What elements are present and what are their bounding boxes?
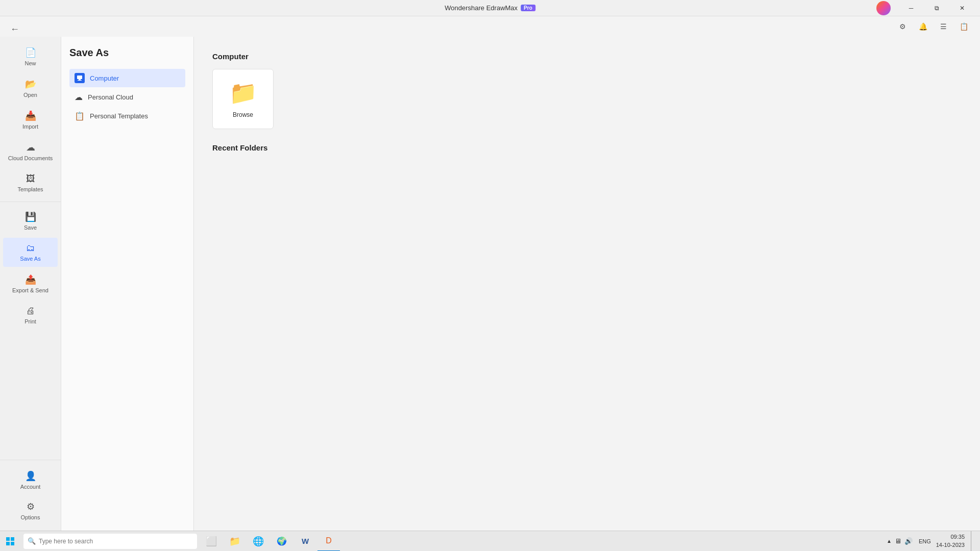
settings-icon-btn[interactable]: ⚙	[894, 19, 911, 34]
user-avatar[interactable]	[876, 1, 891, 15]
sidebar-item-new[interactable]: 📄 New	[3, 42, 58, 71]
taskbar-edrawmax[interactable]: D	[317, 531, 340, 552]
search-input[interactable]	[39, 538, 193, 545]
minimize-button[interactable]: ─	[899, 0, 923, 16]
menu-icon-btn[interactable]: ☰	[935, 19, 951, 34]
taskbar-chrome[interactable]: 🌍	[271, 531, 293, 552]
svg-rect-6	[11, 542, 14, 545]
options-icon: ⚙	[27, 501, 35, 512]
export-icon: 📤	[25, 274, 36, 285]
browse-label: Browse	[233, 111, 253, 118]
personal-templates-label: Personal Templates	[90, 112, 148, 120]
notifications-icon-btn[interactable]: 🔔	[915, 19, 931, 34]
cloud-label: Cloud Documents	[8, 155, 53, 161]
computer-icon	[75, 73, 85, 83]
main-content: Computer 📁 Browse Recent Folders	[194, 37, 980, 531]
search-icon: 🔍	[28, 537, 36, 545]
sidebar-narrow: 📄 New 📂 Open 📥 Import ☁ Cloud Documents …	[0, 37, 61, 531]
taskbar-tray: ▲ 🖥 🔊 ENG 09:35 14-10-2023	[883, 531, 980, 552]
save-label: Save	[24, 224, 37, 231]
cloud-icon: ☁	[26, 142, 35, 153]
sidebar-item-import[interactable]: 📥 Import	[3, 105, 58, 135]
import-icon: 📥	[25, 110, 36, 121]
templates-icon: 🖼	[26, 173, 35, 184]
close-button[interactable]: ✕	[950, 0, 974, 16]
account-icon: 👤	[25, 470, 36, 482]
clock-date: 14-10-2023	[936, 541, 965, 549]
recent-folders-title: Recent Folders	[212, 143, 962, 152]
saveas-personal-templates-item[interactable]: 📋 Personal Templates	[69, 107, 185, 125]
sidebar-item-save[interactable]: 💾 Save	[3, 206, 58, 236]
tray-up-arrow[interactable]: ▲	[887, 538, 892, 544]
back-button[interactable]: ←	[4, 18, 26, 40]
sidebar-item-open[interactable]: 📂 Open	[3, 73, 58, 103]
save-icon: 💾	[25, 211, 36, 222]
print-icon: 🖨	[26, 306, 35, 316]
tray-lang: ENG	[919, 538, 931, 544]
saveas-icon: 🗂	[26, 243, 35, 254]
computer-section-title: Computer	[212, 52, 962, 61]
taskbar-word[interactable]: W	[294, 531, 316, 552]
sidebar-mid-title: Save As	[69, 47, 185, 59]
browse-card[interactable]: 📁 Browse	[212, 69, 274, 129]
export-label: Export & Send	[12, 287, 48, 293]
sidebar-item-saveas[interactable]: 🗂 Save As	[3, 238, 58, 267]
personal-templates-icon: 📋	[75, 111, 85, 121]
new-label: New	[24, 60, 36, 66]
clock-time: 09:35	[936, 533, 965, 541]
import-label: Import	[22, 123, 38, 130]
new-icon: 📄	[25, 47, 36, 58]
sidebar-item-export[interactable]: 📤 Export & Send	[3, 269, 58, 298]
computer-label: Computer	[90, 74, 119, 82]
show-desktop[interactable]	[971, 531, 974, 552]
sidebar-item-account[interactable]: 👤 Account	[3, 465, 58, 495]
app-title-text: Wondershare EdrawMax	[445, 4, 518, 12]
tray-volume-icon: 🔊	[904, 537, 913, 545]
sidebar-item-cloud[interactable]: ☁ Cloud Documents	[3, 137, 58, 166]
taskbar-explorer[interactable]: 📁	[224, 531, 246, 552]
account-label: Account	[20, 484, 41, 490]
personal-cloud-icon: ☁	[75, 92, 83, 102]
start-button[interactable]	[0, 531, 20, 552]
svg-rect-0	[77, 76, 82, 79]
tray-icons: ▲ 🖥 🔊	[883, 537, 917, 545]
recent-folders-section: Recent Folders	[212, 143, 962, 152]
window-controls: ─ ⧉ ✕	[876, 0, 974, 16]
personal-cloud-label: Personal Cloud	[88, 93, 133, 101]
taskbar-search-box[interactable]: 🔍	[23, 534, 197, 549]
app-body: 📄 New 📂 Open 📥 Import ☁ Cloud Documents …	[0, 37, 980, 531]
print-label: Print	[24, 318, 36, 324]
sidebar-mid: Save As Computer ☁ Personal Cloud 📋 Pers…	[61, 37, 194, 531]
saveas-computer-item[interactable]: Computer	[69, 69, 185, 87]
app-title: Wondershare EdrawMax Pro	[445, 4, 535, 12]
svg-rect-2	[78, 80, 82, 81]
title-bar: Wondershare EdrawMax Pro ─ ⧉ ✕	[0, 0, 980, 16]
svg-rect-3	[6, 537, 10, 541]
saveas-personal-cloud-item[interactable]: ☁ Personal Cloud	[69, 88, 185, 106]
saveas-label: Save As	[20, 256, 40, 262]
taskbar: 🔍 ⬜ 📁 🌐 🌍 W D ▲ 🖥 🔊 ENG 09:35 14-10-2023	[0, 531, 980, 551]
tray-network-icon: 🖥	[895, 537, 901, 545]
taskbar-taskview[interactable]: ⬜	[200, 531, 223, 552]
sidebar-narrow-bottom: 👤 Account ⚙ Options	[0, 460, 61, 527]
options-label: Options	[21, 514, 40, 520]
toolbar-row: ⚙ 🔔 ☰ 📋	[886, 16, 980, 37]
time-block: 09:35 14-10-2023	[936, 533, 965, 549]
templates-label: Templates	[17, 186, 43, 192]
sidebar-item-templates[interactable]: 🖼 Templates	[3, 168, 58, 197]
open-icon: 📂	[25, 79, 36, 90]
folder-icon: 📁	[229, 80, 257, 106]
taskbar-apps: ⬜ 📁 🌐 🌍 W D	[200, 531, 340, 552]
svg-rect-5	[6, 542, 10, 545]
taskbar-edge[interactable]: 🌐	[247, 531, 270, 552]
restore-button[interactable]: ⧉	[925, 0, 948, 16]
divider	[0, 202, 61, 202]
open-label: Open	[23, 92, 37, 98]
svg-rect-1	[79, 79, 81, 80]
svg-rect-4	[11, 537, 14, 541]
clipboard-icon-btn[interactable]: 📋	[955, 19, 972, 34]
pro-badge: Pro	[521, 5, 535, 11]
sidebar-item-options[interactable]: ⚙ Options	[3, 496, 58, 525]
sidebar-item-print[interactable]: 🖨 Print	[3, 300, 58, 330]
